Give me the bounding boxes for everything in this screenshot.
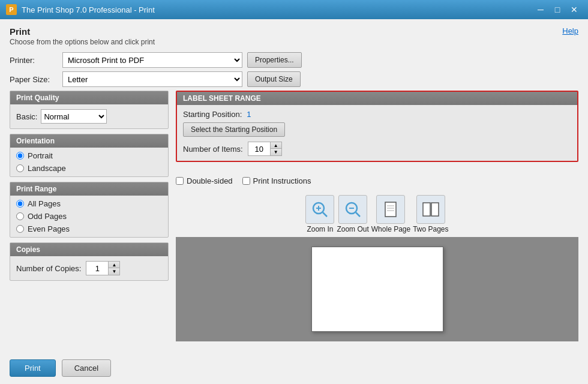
zoom-in-tool[interactable]: Zoom In [305,195,334,233]
even-pages-radio[interactable] [16,225,24,233]
window-title: The Print Shop 7.0 Professional - Print [22,5,155,14]
odd-pages-option[interactable]: Odd Pages [16,212,162,221]
two-pages-icon [416,195,445,224]
cancel-button[interactable]: Cancel [62,359,111,377]
bottom-bar: Print Cancel [10,359,578,377]
num-items-input[interactable] [248,142,270,155]
num-items-spinner-buttons: ▲ ▼ [270,142,281,155]
zoom-out-tool[interactable]: Zoom Out [337,195,368,233]
landscape-label: Landscape [28,164,66,173]
copies-content: Number of Copies: ▲ ▼ [10,256,168,280]
dialog-header-text: Print Choose from the options below and … [10,26,155,46]
print-range-options: All Pages Odd Pages Even Pages [10,196,168,237]
print-instructions-item[interactable]: Print Instructions [242,176,311,185]
num-items-spinner: ▲ ▼ [248,142,282,156]
properties-button[interactable]: Properties... [247,52,302,68]
print-button[interactable]: Print [10,359,56,377]
copies-spinner-buttons: ▲ ▼ [108,262,119,275]
two-pages-tool[interactable]: Two Pages [413,195,448,233]
starting-pos-row: Starting Position: 1 [183,110,571,119]
window-controls: ─ □ ✕ [533,3,582,16]
whole-page-tool[interactable]: Whole Page [371,195,410,233]
starting-pos-label: Starting Position: [183,110,242,119]
paper-size-row: Paper Size: Letter Output Size [10,71,578,87]
printer-row: Printer: Microsoft Print to PDF Properti… [10,52,578,68]
printer-select[interactable]: Microsoft Print to PDF [62,52,242,68]
two-pages-label: Two Pages [413,225,448,233]
quality-select[interactable]: Normal Draft High [41,109,107,124]
extra-options-row: Double-sided Print Instructions [176,172,578,190]
print-quality-header: Print Quality [10,91,168,104]
help-link[interactable]: Help [562,26,578,35]
minimize-button[interactable]: ─ [533,3,548,16]
print-range-header: Print Range [10,182,168,196]
print-range-section: Print Range All Pages Odd Pages Even Pag… [10,182,169,238]
dialog-title: Print [10,26,155,37]
landscape-option[interactable]: Landscape [16,164,162,173]
num-items-up-button[interactable]: ▲ [271,142,281,149]
all-pages-radio[interactable] [16,200,24,208]
close-button[interactable]: ✕ [566,3,582,16]
zoom-out-label: Zoom Out [337,225,368,233]
all-pages-option[interactable]: All Pages [16,199,162,208]
landscape-radio[interactable] [16,164,24,172]
label-sheet-header: LABEL SHEET RANGE [177,92,577,105]
copies-down-button[interactable]: ▼ [109,268,119,275]
dialog-subtitle: Choose from the options below and click … [10,38,155,46]
odd-pages-radio[interactable] [16,212,24,220]
title-bar: P The Print Shop 7.0 Professional - Prin… [0,0,588,19]
preview-area: Zoom In Zoom Out [176,195,578,353]
title-bar-left: P The Print Shop 7.0 Professional - Prin… [6,4,155,15]
odd-pages-label: Odd Pages [28,212,67,221]
app-icon: P [6,4,17,15]
orientation-options: Portrait Landscape [10,148,168,176]
output-size-button[interactable]: Output Size [247,71,301,87]
printer-label: Printer: [10,56,58,65]
double-sided-item[interactable]: Double-sided [176,176,233,185]
print-quality-content: Basic: Normal Draft High [10,104,168,128]
portrait-option[interactable]: Portrait [16,151,162,160]
label-sheet-content: Starting Position: 1 Select the Starting… [177,105,577,161]
num-items-down-button[interactable]: ▼ [271,149,281,155]
dialog-body: Print Choose from the options below and … [0,19,588,384]
copies-label: Number of Copies: [16,264,81,273]
dialog-header: Print Choose from the options below and … [10,26,578,46]
quality-basic-label: Basic: [16,112,37,121]
zoom-out-icon [338,195,367,224]
orientation-header: Orientation [10,134,168,148]
starting-pos-value: 1 [247,110,251,119]
copies-section: Copies Number of Copies: ▲ ▼ [10,242,169,281]
svg-line-1 [323,212,327,217]
print-quality-section: Print Quality Basic: Normal Draft High [10,91,169,129]
svg-line-5 [356,212,360,217]
svg-rect-12 [431,203,439,216]
zoom-in-label: Zoom In [307,225,333,233]
num-items-row: Number of Items: ▲ ▼ [183,142,571,156]
zoom-in-icon [305,195,334,224]
copies-spinner: ▲ ▼ [86,261,120,275]
preview-toolbar: Zoom In Zoom Out [176,195,578,233]
select-start-button[interactable]: Select the Starting Position [183,122,285,137]
preview-canvas [176,237,578,341]
whole-page-label: Whole Page [371,225,410,233]
print-instructions-checkbox[interactable] [242,177,250,185]
double-sided-checkbox[interactable] [176,177,184,185]
num-items-label: Number of Items: [183,145,243,154]
right-panel: LABEL SHEET RANGE Starting Position: 1 S… [176,91,578,353]
copies-spinner-row: Number of Copies: ▲ ▼ [16,261,162,275]
maximize-button[interactable]: □ [550,3,565,16]
label-sheet-section: LABEL SHEET RANGE Starting Position: 1 S… [176,91,578,162]
paper-size-select[interactable]: Letter [62,71,242,87]
portrait-label: Portrait [28,151,53,160]
double-sided-label: Double-sided [187,176,233,185]
preview-page [311,247,443,332]
copies-input[interactable] [86,262,108,275]
copies-header: Copies [10,243,168,256]
copies-up-button[interactable]: ▲ [109,262,119,268]
even-pages-option[interactable]: Even Pages [16,224,162,233]
even-pages-label: Even Pages [28,224,70,233]
main-content: Print Quality Basic: Normal Draft High O… [10,91,578,353]
all-pages-label: All Pages [28,199,61,208]
portrait-radio[interactable] [16,152,24,160]
svg-rect-7 [385,202,396,217]
